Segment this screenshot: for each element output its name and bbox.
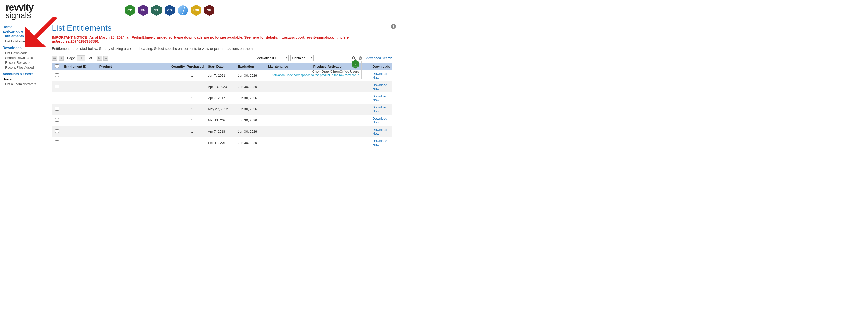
main-content: ? List Entitlements IMPORTANT NOTICE: As… <box>47 20 397 151</box>
cell-expiration: Jun 30, 2026 <box>236 137 266 148</box>
pager-prev-button[interactable]: ◀ <box>59 56 64 61</box>
col-start-date[interactable]: Start Date <box>206 63 236 70</box>
cell-start-date: Apr 13, 2023 <box>206 81 236 93</box>
annotation-cd-icon: CD <box>351 62 359 66</box>
pager-page-input[interactable] <box>77 56 86 61</box>
cell-quantity: 1 <box>169 126 206 137</box>
help-icon[interactable]: ? <box>391 24 396 29</box>
col-entitlement-id[interactable]: Entitlement ID <box>62 63 97 70</box>
nav-activation-entitlements[interactable]: Activation & Entitlements <box>3 30 45 38</box>
badge-globe-icon[interactable] <box>178 5 188 15</box>
cell-product-activation <box>311 104 370 115</box>
download-now-link[interactable]: Download Now <box>372 116 387 124</box>
cell-maintenance <box>266 115 311 126</box>
sidebar: Home Activation & Entitlements List Enti… <box>0 20 47 151</box>
download-now-link[interactable]: Download Now <box>372 94 387 102</box>
badge-cs[interactable]: CS <box>164 5 175 16</box>
row-checkbox[interactable] <box>55 118 59 122</box>
badge-en-icon: EN <box>138 7 148 13</box>
cell-entitlement-id <box>62 81 97 93</box>
download-now-link[interactable]: Download Now <box>372 105 387 113</box>
row-checkbox[interactable] <box>55 107 59 110</box>
cell-entitlement-id <box>62 70 97 81</box>
cell-product <box>97 126 169 137</box>
col-checkbox <box>52 63 62 70</box>
table-row: 1Apr 13, 2023Jun 30, 2026Download Now <box>52 81 392 93</box>
badge-st-icon: ST <box>151 7 161 13</box>
nav-search-downloads[interactable]: Search Downloads <box>3 56 45 60</box>
row-checkbox[interactable] <box>55 140 59 144</box>
cell-maintenance <box>266 126 311 137</box>
cell-start-date: Feb 14, 2019 <box>206 137 236 148</box>
cell-start-date: Apr 7, 2018 <box>206 126 236 137</box>
annotation-title: ChemDraw/ChemOffice Users <box>272 70 359 73</box>
cell-start-date: Jun 7, 2021 <box>206 70 236 81</box>
col-expiration[interactable]: Expiration <box>236 63 266 70</box>
cell-entitlement-id <box>62 104 97 115</box>
table-row: 1Apr 7, 2017Jun 30, 2026Download Now <box>52 93 392 104</box>
cell-product-activation <box>311 115 370 126</box>
row-checkbox[interactable] <box>55 73 59 77</box>
nav-list-administrators[interactable]: List all administrators <box>3 81 45 86</box>
cell-product <box>97 104 169 115</box>
col-downloads[interactable]: Downloads <box>370 63 392 70</box>
badge-sr-icon: SR <box>204 7 214 13</box>
cell-expiration: Jun 30, 2026 <box>236 126 266 137</box>
cell-start-date: Apr 7, 2017 <box>206 93 236 104</box>
badge-cs-icon: CS <box>164 7 175 13</box>
select-all-checkbox[interactable] <box>55 64 59 68</box>
nav-list-downloads[interactable]: List Downloads <box>3 50 45 56</box>
cell-maintenance <box>266 81 311 93</box>
logo-text-bottom: signals <box>6 12 33 19</box>
table-row: 1Mar 11, 2020Jun 30, 2026Download Now <box>52 115 392 126</box>
cell-product-activation <box>311 93 370 104</box>
advanced-search-link[interactable]: Advanced Search <box>366 56 392 60</box>
nav-home[interactable]: Home <box>3 25 45 29</box>
download-now-link[interactable]: Download Now <box>372 139 387 147</box>
page-title: List Entitlements <box>52 23 392 33</box>
cell-entitlement-id <box>62 93 97 104</box>
badge-sr[interactable]: SR <box>204 5 214 16</box>
cell-quantity: 1 <box>169 137 206 148</box>
cell-expiration: Jun 30, 2026 <box>236 81 266 93</box>
badge-cd[interactable]: CD <box>125 5 135 16</box>
nav-recent-files[interactable]: Recent Files Added <box>3 65 45 70</box>
filter-field-select[interactable]: Activation ID <box>255 55 289 61</box>
cell-quantity: 1 <box>169 115 206 126</box>
cell-product-activation <box>311 126 370 137</box>
logo-text-top: revvity <box>6 3 33 12</box>
badge-ldp[interactable]: LDP <box>191 5 201 16</box>
row-checkbox[interactable] <box>55 96 59 99</box>
filter-operator-select[interactable]: Contains <box>290 55 314 61</box>
col-product[interactable]: Product <box>97 63 169 70</box>
cell-maintenance <box>266 137 311 148</box>
row-checkbox[interactable] <box>55 84 59 88</box>
pager-next-button[interactable]: ▶ <box>97 56 102 61</box>
cell-entitlement-id <box>62 126 97 137</box>
nav-users[interactable]: Users <box>3 77 45 81</box>
nav-list-entitlements[interactable]: List Entitlements <box>3 39 45 44</box>
cell-product <box>97 93 169 104</box>
cell-product <box>97 137 169 148</box>
cell-product <box>97 70 169 81</box>
product-badges: CD EN ST CS LDP SR <box>125 5 214 16</box>
pager-last-button[interactable]: ⏭ <box>103 56 108 61</box>
nav-recent-releases[interactable]: Recent Releases <box>3 60 45 65</box>
cell-start-date: May 27, 2022 <box>206 104 236 115</box>
nav-downloads[interactable]: Downloads <box>3 46 45 50</box>
download-now-link[interactable]: Download Now <box>372 72 387 79</box>
cell-maintenance <box>266 93 311 104</box>
cell-quantity: 1 <box>169 104 206 115</box>
badge-en[interactable]: EN <box>138 5 148 16</box>
cell-quantity: 1 <box>169 70 206 81</box>
download-now-link[interactable]: Download Now <box>372 128 387 135</box>
pager-first-button[interactable]: ⏮ <box>52 56 57 61</box>
nav-accounts-users[interactable]: Accounts & Users <box>3 72 45 76</box>
download-now-link[interactable]: Download Now <box>372 83 387 91</box>
cell-product-activation <box>311 137 370 148</box>
table-row: 1May 27, 2022Jun 30, 2026Download Now <box>52 104 392 115</box>
badge-st[interactable]: ST <box>151 5 161 16</box>
row-checkbox[interactable] <box>55 129 59 133</box>
cell-product <box>97 115 169 126</box>
col-quantity[interactable]: Quantity_Purchased <box>169 63 206 70</box>
